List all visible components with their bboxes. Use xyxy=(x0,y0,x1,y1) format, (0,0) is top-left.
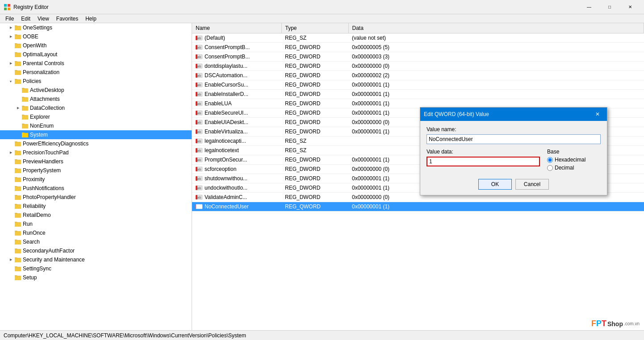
expand-btn-previewhandlers[interactable] xyxy=(7,158,14,165)
window-controls: — □ ✕ xyxy=(579,0,640,14)
tree-item-powerefficiencydiagnostics[interactable]: PowerEfficiencyDiagnostics xyxy=(0,139,192,148)
tree-item-datacollection[interactable]: ▶ DataCollection xyxy=(0,104,192,112)
hexadecimal-radio[interactable] xyxy=(547,157,553,163)
value-name-input[interactable] xyxy=(427,134,601,144)
hexadecimal-label[interactable]: Hexadecimal xyxy=(555,157,585,163)
tree-item-search[interactable]: Search xyxy=(0,237,192,246)
expand-btn-precisiontouchpad[interactable]: ▶ xyxy=(7,149,14,156)
table-row[interactable]: ab EnableCursorSu...REG_DWORD0x00000001 … xyxy=(192,80,644,89)
expand-btn-nonenum[interactable] xyxy=(14,122,21,129)
svg-text:ab: ab xyxy=(197,205,201,209)
fpt-watermark: FPT Shop.com.vn xyxy=(591,319,640,328)
maximize-button[interactable]: □ xyxy=(599,0,620,14)
dialog-close-button[interactable]: ✕ xyxy=(592,108,603,120)
tree-item-precisiontouchpad[interactable]: ▶ PrecisionTouchPad xyxy=(0,148,192,157)
menu-favorites[interactable]: Favorites xyxy=(53,14,82,23)
expand-btn-retaildemo[interactable] xyxy=(7,211,14,219)
tree-item-setup[interactable]: Setup xyxy=(0,273,192,282)
tree-item-openwith[interactable]: OpenWith xyxy=(0,41,192,50)
tree-item-attachments[interactable]: Attachments xyxy=(0,95,192,104)
expand-btn-run[interactable] xyxy=(7,220,14,228)
expand-btn-securityandmaintenance[interactable]: ▶ xyxy=(7,256,14,263)
tree-item-run[interactable]: Run xyxy=(0,220,192,228)
expand-btn-openwith[interactable] xyxy=(7,42,14,49)
table-row[interactable]: ab ConsentPromptB...REG_DWORD0x00000003 … xyxy=(192,52,644,61)
expand-btn-system[interactable] xyxy=(14,131,21,138)
close-button[interactable]: ✕ xyxy=(620,0,640,14)
expand-btn-parental-controls[interactable]: ▶ xyxy=(7,60,14,67)
expand-btn-datacollection[interactable]: ▶ xyxy=(14,104,21,112)
tree-item-retaildemo[interactable]: RetailDemo xyxy=(0,211,192,220)
base-label: Base xyxy=(547,149,601,155)
cell-name: ab EnableUIADeskt... xyxy=(192,117,281,127)
expand-btn-setup[interactable] xyxy=(7,274,14,281)
table-row[interactable]: ab dontdisplaylastu...REG_DWORD0x0000000… xyxy=(192,61,644,70)
menu-view[interactable]: View xyxy=(34,14,53,23)
tree-panel[interactable]: ▶ OneSettings▶ OOBE OpenWith OptimalLayo… xyxy=(0,23,192,330)
tree-item-personalization[interactable]: Personalization xyxy=(0,68,192,77)
cell-name: ab EnableVirtualiza... xyxy=(192,127,281,136)
expand-btn-personalization[interactable] xyxy=(7,69,14,76)
ok-button[interactable]: OK xyxy=(478,179,512,190)
tree-item-settingsync[interactable]: SettingSync xyxy=(0,264,192,273)
value-data-input[interactable] xyxy=(427,157,540,166)
tree-item-pushnotifications[interactable]: PushNotifications xyxy=(0,184,192,193)
expand-btn-proximity[interactable] xyxy=(7,176,14,183)
cell-type: REG_SZ xyxy=(281,33,348,42)
tree-item-nonenum[interactable]: NonEnum xyxy=(0,121,192,130)
cell-type: REG_DWORD xyxy=(281,155,348,164)
expand-btn-photopropertyhandler[interactable] xyxy=(7,194,14,201)
tree-item-photopropertyhandler[interactable]: PhotoPropertyHandler xyxy=(0,193,192,202)
decimal-label[interactable]: Decimal xyxy=(555,165,574,171)
expand-btn-search[interactable] xyxy=(7,238,14,245)
menu-help[interactable]: Help xyxy=(82,14,100,23)
expand-btn-pushnotifications[interactable] xyxy=(7,185,14,192)
expand-btn-attachments[interactable] xyxy=(14,95,21,103)
expand-btn-runonce[interactable] xyxy=(7,229,14,236)
expand-btn-oobe[interactable]: ▶ xyxy=(7,33,14,40)
expand-btn-reliability[interactable] xyxy=(7,203,14,210)
cancel-button[interactable]: Cancel xyxy=(515,179,549,190)
expand-btn-onesettings[interactable]: ▶ xyxy=(7,24,14,31)
svg-text:ab: ab xyxy=(197,93,201,96)
table-row[interactable]: ab NoConnectedUserREG_QWORD0x00000001 (1… xyxy=(192,202,644,211)
svg-rect-33 xyxy=(196,120,197,124)
menu-bar: File Edit View Favorites Help xyxy=(0,14,644,23)
table-row[interactable]: ab EnableInstallerD...REG_DWORD0x0000000… xyxy=(192,89,644,99)
minimize-button[interactable]: — xyxy=(579,0,599,14)
expand-btn-propertysystem[interactable] xyxy=(7,167,14,174)
tree-item-runonce[interactable]: RunOnce xyxy=(0,228,192,237)
tree-item-system[interactable]: System xyxy=(0,130,192,139)
table-row[interactable]: ab DSCAutomation...REG_DWORD0x00000002 (… xyxy=(192,70,644,80)
base-group: Base Hexadecimal Decimal xyxy=(547,149,601,173)
menu-file[interactable]: File xyxy=(2,14,17,23)
expand-btn-explorer[interactable] xyxy=(14,113,21,120)
decimal-radio[interactable] xyxy=(547,165,553,171)
tree-item-explorer[interactable]: Explorer xyxy=(0,112,192,121)
tree-item-optimallayout[interactable]: OptimalLayout xyxy=(0,50,192,59)
tree-item-secondaryauthfactor[interactable]: SecondaryAuthFactor xyxy=(0,246,192,255)
expand-btn-optimallayout[interactable] xyxy=(7,51,14,58)
expand-btn-secondaryauthfactor[interactable] xyxy=(7,247,14,254)
tree-item-activedesktop[interactable]: ActiveDesktop xyxy=(0,86,192,95)
tree-item-reliability[interactable]: Reliability xyxy=(0,202,192,211)
tree-item-propertysystem[interactable]: PropertySystem xyxy=(0,166,192,175)
expand-btn-activedesktop[interactable] xyxy=(14,87,21,94)
tree-item-securityandmaintenance[interactable]: ▶ Security and Maintenance xyxy=(0,255,192,264)
expand-btn-settingsync[interactable] xyxy=(7,265,14,272)
expand-btn-policies[interactable]: ▼ xyxy=(7,78,14,85)
table-row[interactable]: ab (Default)REG_SZ(value not set) xyxy=(192,33,644,42)
tree-item-parental-controls[interactable]: ▶ Parental Controls xyxy=(0,59,192,68)
table-row[interactable]: ab EnableLUAREG_DWORD0x00000001 (1) xyxy=(192,99,644,108)
svg-text:ab: ab xyxy=(197,37,201,40)
table-row[interactable]: ab ConsentPromptB...REG_DWORD0x00000005 … xyxy=(192,42,644,52)
tree-item-onesettings[interactable]: ▶ OneSettings xyxy=(0,23,192,32)
tree-item-previewhandlers[interactable]: PreviewHandlers xyxy=(0,157,192,166)
expand-btn-powerefficiencydiagnostics[interactable] xyxy=(7,140,14,147)
title-bar: Registry Editor — □ ✕ xyxy=(0,0,644,14)
folder-icon-policies xyxy=(14,78,21,85)
tree-item-oobe[interactable]: ▶ OOBE xyxy=(0,32,192,41)
tree-item-policies[interactable]: ▼ Policies xyxy=(0,77,192,86)
menu-edit[interactable]: Edit xyxy=(17,14,34,23)
tree-item-proximity[interactable]: Proximity xyxy=(0,175,192,184)
